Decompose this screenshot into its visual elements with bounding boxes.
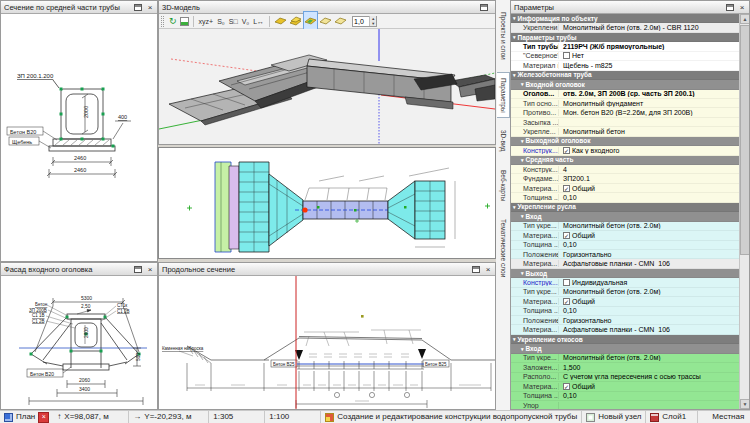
collapse-arrow-icon[interactable]: ▾ [521, 157, 524, 163]
param-section-header[interactable]: ▾Вход [511, 344, 739, 353]
status-node[interactable]: Новый узел [582, 411, 646, 423]
param-section-header[interactable]: ▾Выход [511, 269, 739, 278]
collapse-arrow-icon[interactable]: ▾ [513, 204, 516, 210]
collapse-arrow-icon[interactable]: ▾ [521, 270, 524, 276]
param-section-header[interactable]: ▾Укрепление русла [511, 203, 739, 212]
longitudinal-canvas[interactable]: Каменная наброска Бетон В25 Бетон В25 [159, 276, 495, 409]
dock-pin-icon[interactable] [472, 266, 480, 273]
plan-view-canvas[interactable] [158, 147, 496, 259]
dock-pin-icon[interactable] [134, 266, 142, 273]
checkbox-unchecked-icon[interactable] [563, 279, 570, 286]
tab-parameters[interactable]: Параметры [497, 72, 510, 119]
panel-titlebar[interactable]: Фасад входного оголовка × [1, 263, 157, 276]
facade-drawing-canvas[interactable]: 2000 5300 2,50 Бетон ЗП 200В С1 1В С1 2В [1, 276, 157, 409]
slab-outline2-icon[interactable] [334, 12, 347, 30]
param-value[interactable]: Асфальтовые планки - CMN_106 [559, 260, 739, 267]
scroll-up-icon[interactable]: ▲ [740, 14, 750, 24]
param-value[interactable]: Монолитный бетон (отв. 2.0м) [559, 288, 739, 295]
panel-titlebar[interactable]: Сечение по средней части трубы × [1, 1, 157, 14]
param-value[interactable]: Монолитный бетон (отв. 2.0м) - CBR 1120 [559, 24, 739, 31]
param-value[interactable]: 2119РЧ (Ж/б прямоугольные) [559, 43, 739, 50]
section-icon[interactable]: S□ [228, 16, 239, 27]
param-value[interactable]: ✓Общий [559, 298, 739, 305]
slab-outline-icon[interactable] [319, 12, 332, 30]
param-value[interactable]: Монолитный бетон (отв. 2.0м) [559, 354, 739, 361]
spinner-buttons[interactable]: ▲▼ [369, 16, 376, 26]
status-coordinate-system[interactable]: Местная [698, 411, 750, 423]
exaggeration-spinner[interactable]: ▲▼ [352, 16, 377, 27]
view-icon[interactable]: V₀ [241, 16, 251, 27]
param-value[interactable]: ✓Общий [559, 232, 739, 239]
param-section-header[interactable]: ▾Вход [511, 212, 739, 221]
collapse-arrow-icon[interactable]: ▾ [513, 72, 516, 78]
collapse-arrow-icon[interactable]: ▾ [513, 34, 516, 40]
collapse-arrow-icon[interactable]: ▾ [521, 346, 524, 352]
tab-3d-view[interactable]: 3D-вид [496, 124, 510, 157]
close-icon[interactable]: × [146, 4, 154, 11]
panel-titlebar[interactable]: Параметры × [511, 1, 749, 14]
dock-pin-icon[interactable] [726, 4, 734, 11]
param-section-header[interactable]: ▾Выходной оголовок [511, 137, 739, 146]
exaggeration-input[interactable] [353, 18, 369, 25]
panel-titlebar[interactable]: Продольное сечение × [159, 263, 495, 276]
param-section-header[interactable]: ▾Входной оголовок [511, 80, 739, 89]
param-section-header[interactable]: ▾Средняя часть [511, 156, 739, 165]
param-value[interactable]: Монолитный бетон (отв. 2.0м) [559, 222, 739, 229]
slab-stack-icon[interactable] [289, 12, 302, 30]
tab-projects-layers[interactable]: Проекты и слои [496, 6, 510, 66]
param-value[interactable]: 1,500 [559, 364, 739, 371]
param-value[interactable]: отв. 2.0м, ЗП 200В (ср. часть ЗП 200.1) [559, 90, 739, 97]
spin-down-icon[interactable]: ▼ [370, 21, 376, 26]
dock-pin-icon[interactable] [480, 4, 488, 11]
legend-grid-icon[interactable] [180, 17, 189, 26]
tab-web-maps[interactable]: Веб-карты [496, 164, 510, 208]
param-value[interactable]: 0,10 [559, 392, 739, 399]
param-value[interactable]: Горизонтально [559, 251, 739, 258]
param-value[interactable]: Монолитный бетон [559, 128, 739, 135]
length-icon[interactable]: L↔ [252, 16, 265, 27]
collapse-arrow-icon[interactable]: ▾ [521, 81, 524, 87]
param-value[interactable]: Нет [559, 52, 739, 59]
section-drawing-canvas[interactable]: 2000 ЗП 200.1.200 Бетон В20 Щебень 2460 [1, 14, 157, 261]
param-value[interactable]: 0,10 [559, 194, 739, 201]
collapse-arrow-icon[interactable]: ▾ [521, 213, 524, 219]
param-value[interactable]: 4 [559, 166, 739, 173]
checkbox-checked-icon[interactable]: ✓ [563, 185, 570, 192]
collapse-arrow-icon[interactable]: ▾ [513, 336, 516, 342]
param-value[interactable]: ЗП200.1 [559, 175, 739, 182]
status-scale-horizontal[interactable]: 1:305 [209, 411, 265, 423]
surface-icon[interactable]: S₀ [216, 16, 226, 27]
param-value[interactable]: Асфальтовые планки - CMN_106 [559, 326, 739, 333]
refresh-icon[interactable]: ↻ [168, 16, 178, 27]
param-value[interactable]: Горизонтально [559, 317, 739, 324]
param-value[interactable]: ✓Общий [559, 383, 739, 390]
param-value[interactable]: Щебень - m825 [559, 62, 739, 69]
close-view-icon[interactable]: × [38, 412, 49, 423]
checkbox-checked-icon[interactable]: ✓ [563, 232, 570, 239]
param-section-header[interactable]: ▾Железобетонная труба [511, 71, 739, 80]
scroll-down-icon[interactable]: ▼ [740, 399, 750, 409]
params-scrollbar[interactable]: ▲ ▼ [739, 14, 749, 409]
dock-pin-icon[interactable] [134, 4, 142, 11]
param-value[interactable]: ✓Как у входного [559, 147, 739, 154]
param-value[interactable]: С учетом угла пересечения с осью трассы [559, 373, 739, 380]
param-value[interactable]: 0,10 [559, 241, 739, 248]
checkbox-checked-icon[interactable]: ✓ [563, 383, 570, 390]
3d-viewport[interactable] [159, 29, 495, 144]
xyz-coords-icon[interactable]: xyz+ [198, 16, 215, 27]
slab-flat-icon[interactable] [274, 12, 287, 30]
checkbox-checked-icon[interactable]: ✓ [563, 298, 570, 305]
param-value[interactable]: Мон. бетон В20 (В=2.26м, для ЗП 200В) [559, 109, 739, 116]
collapse-arrow-icon[interactable]: ▾ [513, 15, 516, 21]
param-value[interactable]: ✓Общий [559, 185, 739, 192]
slab-textured-icon[interactable] [304, 12, 317, 30]
close-icon[interactable]: × [146, 266, 154, 273]
param-section-header[interactable]: ▾Параметры трубы [511, 33, 739, 42]
view-tab-plan[interactable]: План × [0, 411, 53, 423]
param-value[interactable]: Индивидуальная [559, 279, 739, 286]
status-scale-vertical[interactable]: 1:100 [265, 411, 321, 423]
toolbar-grip[interactable] [161, 16, 164, 27]
param-section-header[interactable]: ▾Укрепление откосов [511, 335, 739, 344]
status-layer[interactable]: Слой1 [646, 411, 698, 423]
checkbox-unchecked-icon[interactable] [563, 52, 570, 59]
